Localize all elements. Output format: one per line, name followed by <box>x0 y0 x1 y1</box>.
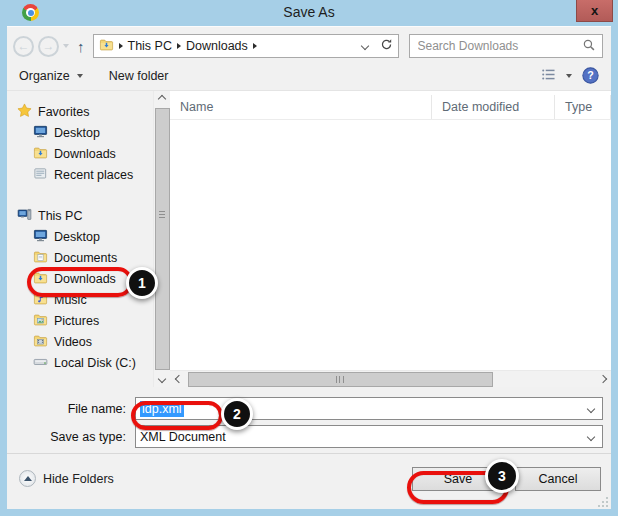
sidebar-item-label: Downloads <box>54 147 116 161</box>
cancel-button[interactable]: Cancel <box>515 467 601 491</box>
titlebar: Save As x <box>0 0 618 26</box>
file-fields: File name: idp.xml Save as type: XML Doc… <box>7 387 611 453</box>
sidebar-item-pictures[interactable]: Pictures <box>17 310 153 331</box>
scroll-left-button[interactable] <box>170 371 187 387</box>
navigation-pane: Favorites Desktop Downloads Recent place… <box>7 91 153 387</box>
file-list-empty-area[interactable] <box>170 120 611 370</box>
breadcrumb-item-downloads[interactable]: Downloads <box>186 39 248 53</box>
desktop-folder-icon <box>33 228 48 246</box>
collapse-up-icon <box>19 470 36 487</box>
sidebar-group-label: Favorites <box>38 105 89 119</box>
breadcrumb[interactable]: This PC Downloads <box>93 34 399 58</box>
organize-button[interactable]: Organize <box>19 69 83 83</box>
breadcrumb-separator-icon <box>177 43 181 49</box>
sidebar-item-label: Local Disk (C:) <box>54 356 136 370</box>
save-as-type-value: XML Document <box>140 430 226 444</box>
annotation-ring-file-name <box>131 401 223 430</box>
sidebar-group-this-pc[interactable]: This PC <box>17 205 153 226</box>
recent-places-icon <box>33 166 48 184</box>
help-icon[interactable]: ? <box>582 67 599 84</box>
refresh-icon[interactable] <box>380 38 393 54</box>
sidebar-item-label: Desktop <box>54 230 100 244</box>
search-input[interactable] <box>416 39 583 53</box>
organize-label: Organize <box>19 69 70 83</box>
sidebar-item-label: Recent places <box>54 168 133 182</box>
view-options: ? <box>541 67 599 84</box>
file-name-label: File name: <box>7 402 135 416</box>
horizontal-scrollbar-thumb[interactable] <box>188 372 493 387</box>
sidebar-item-label: Pictures <box>54 314 99 328</box>
back-button[interactable]: ← <box>13 36 34 57</box>
up-one-level-button[interactable]: ↑ <box>77 38 85 55</box>
chrome-logo-icon <box>22 4 39 21</box>
window-title: Save As <box>283 4 334 20</box>
vertical-scrollbar[interactable] <box>153 91 170 387</box>
file-list-pane: Name Date modified Type <box>170 91 611 387</box>
hide-folders-label: Hide Folders <box>43 472 114 486</box>
new-folder-label: New folder <box>109 69 169 83</box>
forward-button[interactable]: → <box>38 36 59 57</box>
sidebar-item-recent-places[interactable]: Recent places <box>17 164 153 185</box>
view-list-icon[interactable] <box>541 68 556 84</box>
pictures-folder-icon <box>33 312 48 330</box>
sidebar-item-label: Documents <box>54 251 117 265</box>
downloads-folder-icon <box>99 37 114 55</box>
scroll-up-button[interactable] <box>154 91 171 107</box>
sidebar-item-label: Desktop <box>54 126 100 140</box>
save-as-type-label: Save as type: <box>7 430 135 444</box>
star-icon <box>17 103 32 121</box>
disk-drive-icon <box>33 354 48 372</box>
column-header-date-modified[interactable]: Date modified <box>431 95 554 119</box>
sidebar-group-label: This PC <box>38 209 82 223</box>
close-button[interactable]: x <box>576 0 613 22</box>
new-folder-button[interactable]: New folder <box>109 69 169 83</box>
sidebar-item-label: Videos <box>54 335 92 349</box>
scroll-down-button[interactable] <box>154 371 171 387</box>
column-header-type[interactable]: Type <box>554 95 611 119</box>
breadcrumb-item-this-pc[interactable]: This PC <box>128 39 172 53</box>
sidebar-item-desktop-pc[interactable]: Desktop <box>17 226 153 247</box>
navigation-bar: ← → ↑ This PC Downloads <box>7 27 611 61</box>
annotation-step-badge-1: 1 <box>126 267 158 299</box>
annotation-ring-downloads <box>27 267 133 297</box>
history-dropdown-icon[interactable] <box>63 44 69 48</box>
column-headers: Name Date modified Type <box>170 95 611 120</box>
command-toolbar: Organize New folder ? <box>7 61 611 91</box>
annotation-step-badge-2: 2 <box>221 398 253 430</box>
documents-folder-icon <box>33 249 48 267</box>
sidebar-item-downloads-fav[interactable]: Downloads <box>17 143 153 164</box>
breadcrumb-separator-icon <box>253 43 257 49</box>
downloads-folder-icon <box>33 145 48 163</box>
horizontal-scrollbar[interactable] <box>170 370 611 387</box>
annotation-step-badge-3: 3 <box>485 459 519 493</box>
chevron-down-icon <box>77 74 83 78</box>
scroll-right-button[interactable] <box>594 371 611 387</box>
column-header-name[interactable]: Name <box>170 95 431 119</box>
hide-folders-button[interactable]: Hide Folders <box>19 470 114 487</box>
computer-icon <box>17 207 32 225</box>
file-name-dropdown-icon[interactable] <box>587 404 595 412</box>
close-icon: x <box>591 4 598 17</box>
svg-text:?: ? <box>587 69 593 81</box>
vertical-scrollbar-thumb[interactable] <box>155 108 170 370</box>
videos-folder-icon <box>33 333 48 351</box>
sidebar-item-documents[interactable]: Documents <box>17 247 153 268</box>
save-as-type-dropdown-icon[interactable] <box>587 432 595 440</box>
desktop-icon <box>33 124 48 142</box>
save-as-window: Save As x ← → ↑ This PC Downloads <box>0 0 618 516</box>
view-dropdown-icon[interactable] <box>566 74 572 78</box>
sidebar-item-local-disk-c[interactable]: Local Disk (C:) <box>17 352 153 373</box>
sidebar-group-favorites[interactable]: Favorites <box>17 101 153 122</box>
sidebar-item-desktop[interactable]: Desktop <box>17 122 153 143</box>
address-dropdown-icon[interactable] <box>360 42 368 50</box>
dialog-footer: Hide Folders Save Cancel <box>7 453 611 509</box>
search-icon[interactable] <box>582 38 596 55</box>
favorites-group: Favorites Desktop Downloads Recent place… <box>17 101 153 185</box>
sidebar-item-videos[interactable]: Videos <box>17 331 153 352</box>
resize-grip[interactable] <box>598 496 609 507</box>
search-box <box>409 34 604 58</box>
content-area: Favorites Desktop Downloads Recent place… <box>7 91 611 387</box>
breadcrumb-separator-icon <box>119 43 123 49</box>
